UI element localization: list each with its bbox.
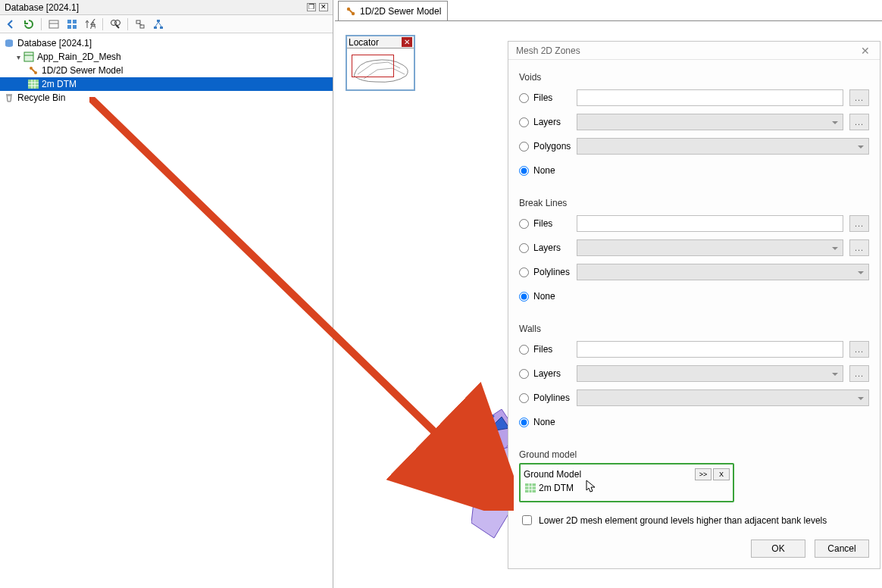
- locator-title: Locator: [349, 37, 379, 48]
- walls-none-radio[interactable]: None: [519, 417, 571, 427]
- database-icon: [3, 38, 15, 48]
- main-view: 1D/2D Sewer Model Locator ✕ Mesh 2D Zone…: [335, 0, 882, 588]
- ground-model-dropzone[interactable]: Ground Model >> X 2m DTM: [519, 463, 734, 502]
- tree-recycle-bin[interactable]: Recycle Bin: [0, 91, 333, 105]
- walls-files-browse-button[interactable]: ...: [849, 341, 869, 358]
- lower-ground-label: Lower 2D mesh element ground levels high…: [539, 515, 827, 526]
- tree-item-grid[interactable]: 2m DTM: [0, 77, 333, 91]
- voids-layers-radio[interactable]: Layers: [519, 117, 571, 127]
- grid-view-icon[interactable]: [66, 18, 78, 30]
- database-panel: Database [2024.1] ❐ ✕ ZA Database [2024.…: [0, 0, 333, 588]
- voids-files-radio[interactable]: Files: [519, 92, 571, 103]
- svg-rect-4: [67, 25, 71, 29]
- close-icon[interactable]: ✕: [319, 3, 328, 11]
- locator-panel[interactable]: Locator ✕: [346, 35, 415, 91]
- svg-rect-25: [28, 80, 39, 89]
- collapse-icon[interactable]: ▾: [14, 53, 23, 61]
- svg-rect-16: [160, 27, 163, 29]
- voids-group-label: Voids: [519, 72, 869, 83]
- dialog-titlebar[interactable]: Mesh 2D Zones ✕: [508, 42, 880, 60]
- document-tabbar: 1D/2D Sewer Model: [335, 0, 882, 21]
- voids-layers-dropdown[interactable]: [577, 114, 843, 130]
- break-polylines-radio[interactable]: Polylines: [519, 267, 571, 277]
- voids-files-browse-button[interactable]: ...: [849, 89, 869, 106]
- tree-item-network[interactable]: 1D/2D Sewer Model: [0, 64, 333, 77]
- walls-layers-dropdown[interactable]: [577, 365, 843, 382]
- sort-icon[interactable]: ZA: [84, 18, 96, 30]
- break-layers-browse-button[interactable]: ...: [849, 239, 869, 256]
- svg-rect-30: [6, 94, 12, 95]
- locator-viewport-rect[interactable]: [352, 55, 394, 77]
- svg-line-24: [32, 69, 35, 72]
- break-layers-dropdown[interactable]: [577, 239, 843, 256]
- break-files-field[interactable]: [577, 215, 843, 232]
- voids-polygons-dropdown[interactable]: [577, 138, 869, 155]
- document-tab[interactable]: 1D/2D Sewer Model: [338, 1, 448, 20]
- refresh-icon[interactable]: [23, 18, 35, 30]
- ground-clear-button[interactable]: X: [713, 468, 730, 480]
- ground-box-title: Ground Model: [524, 469, 581, 480]
- link-icon[interactable]: [134, 18, 146, 30]
- back-icon[interactable]: [5, 18, 17, 30]
- break-layers-radio[interactable]: Layers: [519, 242, 571, 253]
- locator-close-icon[interactable]: ✕: [402, 37, 412, 47]
- svg-rect-2: [67, 20, 71, 23]
- svg-line-37: [479, 409, 494, 417]
- ground-expand-button[interactable]: >>: [695, 468, 712, 480]
- walls-files-radio[interactable]: Files: [519, 344, 571, 355]
- voids-polygons-radio[interactable]: Polygons: [519, 141, 571, 152]
- walls-layers-radio[interactable]: Layers: [519, 368, 571, 379]
- break-group-label: Break Lines: [519, 198, 869, 208]
- break-none-radio[interactable]: None: [519, 291, 571, 302]
- walls-polylines-radio[interactable]: Polylines: [519, 393, 571, 403]
- grid-item-icon: [27, 79, 39, 89]
- grid-item-icon: [525, 483, 536, 493]
- restore-icon[interactable]: ❐: [307, 3, 316, 11]
- tree-item-grid-label: 2m DTM: [42, 79, 77, 89]
- svg-rect-11: [136, 20, 140, 23]
- locator-minimap[interactable]: [347, 48, 414, 91]
- svg-rect-0: [49, 20, 58, 28]
- recycle-bin-icon: [3, 92, 15, 103]
- tree-root[interactable]: Database [2024.1]: [0, 36, 333, 50]
- database-title: Database [2024.1]: [5, 2, 79, 13]
- tree-model-group-label: App_Rain_2D_Mesh: [37, 52, 121, 62]
- voids-none-radio[interactable]: None: [519, 165, 571, 176]
- ground-group-label: Ground model: [519, 449, 869, 460]
- mesh-2d-zones-dialog: Mesh 2D Zones ✕ Voids Files ... Layers .…: [508, 41, 880, 569]
- tree-model-group[interactable]: ▾ App_Rain_2D_Mesh: [0, 50, 333, 64]
- svg-text:A: A: [90, 20, 95, 30]
- cancel-button[interactable]: Cancel: [815, 540, 869, 558]
- document-tab-label: 1D/2D Sewer Model: [360, 6, 441, 17]
- dialog-close-icon[interactable]: ✕: [859, 45, 872, 57]
- tree-item-network-label: 1D/2D Sewer Model: [42, 65, 123, 76]
- database-tree[interactable]: Database [2024.1] ▾ App_Rain_2D_Mesh 1D/…: [0, 33, 333, 108]
- break-files-browse-button[interactable]: ...: [849, 215, 869, 232]
- voids-layers-browse-button[interactable]: ...: [849, 114, 869, 130]
- database-toolbar: ZA: [0, 15, 333, 33]
- break-polylines-dropdown[interactable]: [577, 264, 869, 280]
- model-group-icon: [23, 52, 35, 62]
- svg-rect-3: [73, 20, 77, 23]
- walls-polylines-dropdown[interactable]: [577, 389, 869, 406]
- svg-line-18: [158, 22, 161, 27]
- find-icon[interactable]: [109, 18, 121, 30]
- voids-files-field[interactable]: [577, 89, 843, 106]
- svg-rect-15: [154, 27, 157, 29]
- properties-icon[interactable]: [48, 18, 60, 30]
- dialog-title: Mesh 2D Zones: [516, 45, 580, 56]
- ok-button[interactable]: OK: [751, 540, 805, 558]
- break-files-radio[interactable]: Files: [519, 218, 571, 229]
- ground-model-item[interactable]: 2m DTM: [524, 483, 730, 493]
- ground-model-item-label: 2m DTM: [539, 483, 574, 493]
- network-icon[interactable]: [152, 18, 164, 30]
- svg-point-10: [115, 20, 120, 25]
- svg-line-17: [155, 22, 158, 27]
- svg-line-33: [349, 10, 352, 13]
- walls-layers-browse-button[interactable]: ...: [849, 365, 869, 382]
- lower-ground-checkbox[interactable]: [522, 515, 532, 525]
- walls-files-field[interactable]: [577, 341, 843, 358]
- svg-rect-12: [140, 25, 144, 28]
- network-item-icon: [345, 5, 357, 17]
- svg-rect-38: [525, 483, 536, 493]
